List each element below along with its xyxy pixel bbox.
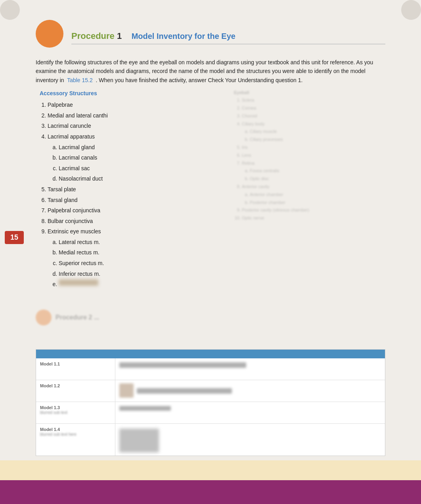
sub-list-muscles: Lateral rectus m. Medial rectus m. Super… [48,237,226,290]
table-cell-content [115,402,385,423]
list-item: Choroid [242,112,385,120]
bottom-bar-cream [0,460,421,480]
table-blurred-content [137,388,232,394]
page-number-badge: 15 [5,231,24,244]
description-text-2: . When you have finished the activity, a… [96,77,303,83]
table-row: Model 1.2 [36,380,385,402]
right-sub-list-anterior: Anterior chamber Posterior chamber [242,191,385,207]
procedure-word: Procedure [71,31,115,41]
list-item: Anterior chamber [250,191,385,199]
list-item: Retina Fovea centralis Optic disc [242,160,385,183]
sub-list-lacrimal: Lacrimal gland Lacrimal canals Lacrimal … [48,142,226,184]
list-item: Lacrimal canals [59,152,226,163]
list-item: Sclera [242,96,385,104]
table-cell-label: Model 1.1 [36,358,115,380]
list-item: Nasolacrimal duct [59,173,226,184]
list-item: Lens [242,152,385,160]
list-item: Tarsal plate [48,184,226,195]
blurred-text-item [59,279,98,286]
procedure2-header-blurred: Procedure 2 ... [36,310,385,325]
procedure-title-block: Procedure 1 Model Inventory for the Eye [71,31,385,44]
list-item: Tarsal gland [48,195,226,206]
right-list: Sclera Cornea Choroid Ciliary body Cilia… [234,96,385,222]
list-item: Posterior cavity (vitreous chamber) [242,206,385,214]
list-item: Palpebrae [48,100,226,110]
list-item: Optic disc [250,175,385,183]
table-row: Model 1.4 blurred sub text here [36,424,385,456]
list-item: Anterior cavity Anterior chamber Posteri… [242,183,385,206]
list-item: Lacrimal apparatus Lacrimal gland Lacrim… [48,131,226,184]
table-blurred-content [119,406,171,411]
main-numbered-list: Palpebrae Medial and lateral canthi Lacr… [36,100,226,290]
table-row-label: Model 1.3 [40,405,60,410]
list-item: Posterior chamber [250,199,385,207]
list-item: Ciliary processes [250,136,385,144]
list-item: Palpebral conjunctiva [48,205,226,216]
list-item: Medial rectus m. [59,247,226,258]
proc2-icon [36,310,52,325]
list-item: Bulbar conjunctiva [48,216,226,227]
list-item: Lacrimal gland [59,142,226,153]
list-item: Medial and lateral canthi [48,110,226,121]
content-columns: Accessory Structures Palpebrae Medial an… [36,90,385,290]
table-cell-content [115,358,385,380]
table-reference-link[interactable]: Table 15.2 [67,77,93,83]
table-cell-label: Model 1.2 [36,380,115,402]
procedure-header: Procedure 1 Model Inventory for the Eye [36,24,385,52]
procedure-icon [36,20,63,48]
table-row-label: Model 1.2 [40,383,60,388]
table-row: Model 1.1 [36,358,385,380]
table-cell-label: Model 1.4 blurred sub text here [36,424,115,456]
table-row-label: Model 1.4 [40,427,60,432]
corner-decoration-tl [0,0,20,20]
corner-decoration-tr [401,0,421,20]
left-column: Accessory Structures Palpebrae Medial an… [36,90,226,290]
procedure-description: Identify the following structures of the… [36,58,385,85]
list-item: Lateral rectus m. [59,237,226,248]
table-cell-content [115,424,385,456]
table-cell-label: Model 1.3 blurred sub text [36,402,115,423]
table-image-blurred [119,429,159,452]
table-blurred-content [119,362,246,368]
right-sub-list-retina: Fovea centralis Optic disc [242,167,385,183]
table-blue-header [36,350,385,358]
list-item: Lacrimal caruncle [48,121,226,131]
list-item: Lacrimal sac [59,163,226,174]
list-item: Ciliary body Ciliary muscle Ciliary proc… [242,120,385,144]
list-item: Optic nerve [242,214,385,222]
table-thumbnail [119,383,134,398]
table-row-label: Model 1.1 [40,362,60,366]
right-column-blurred: Eyeball Sclera Cornea Choroid Ciliary bo… [234,90,385,290]
table-section: Model 1.1 Model 1.2 [36,349,385,456]
list-item: Extrinsic eye muscles Lateral rectus m. … [48,226,226,290]
main-content: Procedure 1 Model Inventory for the Eye … [36,24,385,456]
right-sub-list: Ciliary muscle Ciliary processes [242,128,385,144]
bottom-table-area: Procedure 2 ... Model 1.1 Mode [36,310,385,456]
table-container: Model 1.1 Model 1.2 [36,358,385,456]
procedure-title: Procedure 1 Model Inventory for the Eye [71,31,235,41]
procedure-subtitle: Model Inventory for the Eye [132,32,235,40]
bottom-bar-purple [0,480,421,504]
list-item: Fovea centralis [250,167,385,175]
list-item: Iris [242,144,385,152]
list-item: Cornea [242,104,385,112]
list-item: Ciliary muscle [250,128,385,136]
right-section-label: Eyeball [234,90,385,95]
section-heading-accessory: Accessory Structures [40,90,226,96]
list-item: Superior rectus m. [59,258,226,269]
table-cell-content [115,380,385,402]
list-item [59,279,226,290]
list-item: Inferior rectus m. [59,269,226,279]
table-row: Model 1.3 blurred sub text [36,402,385,424]
procedure-number: 1 [117,31,122,41]
proc2-title: Procedure 2 ... [55,314,99,321]
